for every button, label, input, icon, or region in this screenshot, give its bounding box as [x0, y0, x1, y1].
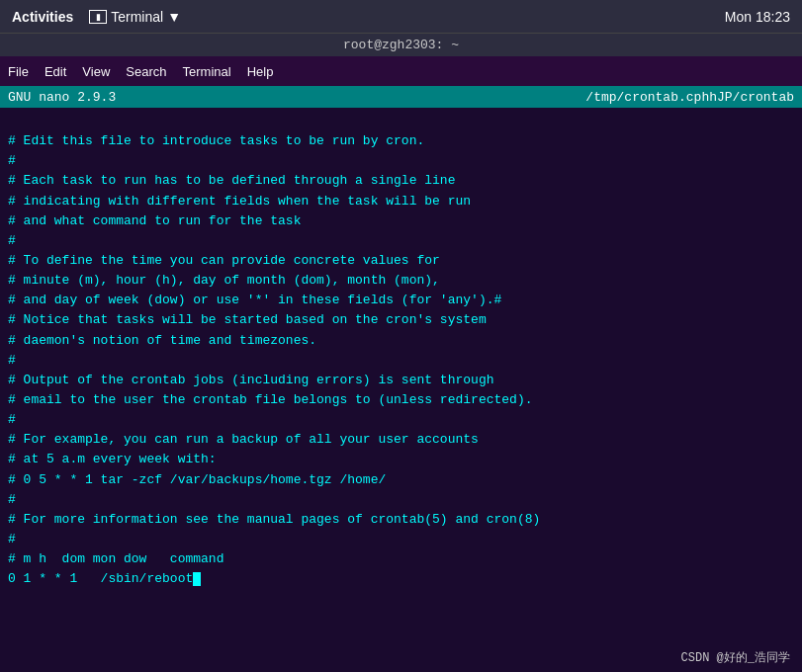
menu-item-edit[interactable]: Edit	[45, 64, 66, 79]
editor-line: # Edit this file to introduce tasks to b…	[8, 131, 794, 151]
window-title: root@zgh2303: ~	[343, 38, 459, 52]
editor-line: #	[8, 351, 794, 371]
menu-item-search[interactable]: Search	[126, 64, 166, 79]
editor-line: # m h dom mon dow command	[8, 549, 794, 569]
editor-line: # Each task to run has to be defined thr…	[8, 171, 794, 191]
menu-item-file[interactable]: File	[8, 64, 29, 79]
editor-line: 0 1 * * 1 /sbin/reboot	[8, 569, 794, 589]
editor-line: # For more information see the manual pa…	[8, 510, 794, 530]
menu-bar: FileEditViewSearchTerminalHelp	[0, 56, 802, 86]
menu-item-help[interactable]: Help	[247, 64, 274, 79]
terminal-group[interactable]: ▮ Terminal ▼	[89, 9, 181, 25]
editor-line: #	[8, 490, 794, 510]
editor-line: #	[8, 410, 794, 430]
editor-line: # and what command to run for the task	[8, 211, 794, 231]
editor-line: # For example, you can run a backup of a…	[8, 430, 794, 450]
editor-line: # Output of the crontab jobs (including …	[8, 371, 794, 390]
editor-line: # daemon's notion of time and timezones.	[8, 331, 794, 351]
dropdown-arrow: ▼	[167, 9, 181, 25]
editor-line: # minute (m), hour (h), day of month (do…	[8, 271, 794, 291]
menu-item-view[interactable]: View	[82, 64, 110, 79]
editor-line: #	[8, 151, 794, 171]
nano-version: GNU nano 2.9.3	[8, 90, 116, 105]
system-bar: Activities ▮ Terminal ▼ Mon 18:23	[0, 0, 802, 33]
watermark: CSDN @好的_浩同学	[681, 649, 790, 666]
terminal-label: Terminal	[111, 9, 163, 25]
nano-filename: /tmp/crontab.cphhJP/crontab	[585, 90, 794, 105]
terminal-icon: ▮	[89, 10, 107, 24]
bottom-bar: CSDN @好的_浩同学	[0, 642, 802, 672]
editor-line: # email to the user the crontab file bel…	[8, 390, 794, 410]
editor-line: # Notice that tasks will be started base…	[8, 310, 794, 330]
editor-line: #	[8, 231, 794, 251]
activities-label[interactable]: Activities	[12, 9, 73, 25]
editor-line: # and day of week (dow) or use '*' in th…	[8, 291, 794, 310]
editor-area[interactable]: # Edit this file to introduce tasks to b…	[0, 108, 802, 644]
window-titlebar: root@zgh2303: ~	[0, 33, 802, 56]
editor-line: # To define the time you can provide con…	[8, 251, 794, 271]
system-bar-left: Activities ▮ Terminal ▼	[12, 9, 181, 25]
editor-line: #	[8, 530, 794, 549]
editor-line: # at 5 a.m every week with:	[8, 450, 794, 469]
menu-item-terminal[interactable]: Terminal	[183, 64, 231, 79]
text-cursor	[193, 572, 201, 586]
editor-line: # indicating with different fields when …	[8, 192, 794, 211]
nano-header: GNU nano 2.9.3 /tmp/crontab.cphhJP/cront…	[0, 86, 802, 108]
editor-line: # 0 5 * * 1 tar -zcf /var/backups/home.t…	[8, 470, 794, 490]
clock: Mon 18:23	[725, 9, 790, 25]
